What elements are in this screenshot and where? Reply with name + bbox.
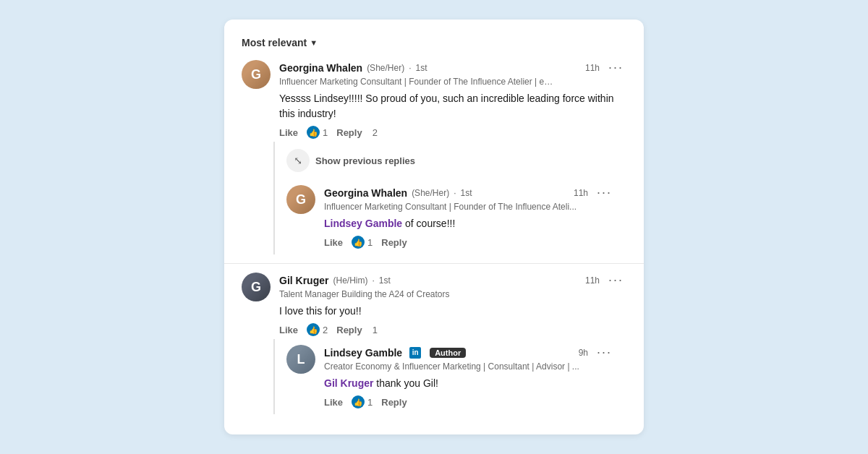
comments-card: Most relevant ▼ Georgina Whalen (She/Her… [224, 20, 644, 434]
time-group-gil: 11h ··· [585, 273, 626, 288]
commenter-name-lindsey[interactable]: Lindsey Gamble [324, 347, 402, 359]
mention-gil-kruger[interactable]: Gil Kruger [324, 377, 373, 389]
time-georgina-main: 11h [585, 63, 600, 73]
show-previous-replies[interactable]: ⤢ Show previous replies [275, 142, 626, 179]
text-lindsey: Gil Kruger thank you Gil! [324, 376, 615, 391]
comment-header-left-reply: Georgina Whalen (She/Her) · 1st [324, 187, 472, 199]
subtitle-georgina-reply: Influencer Marketing Consultant | Founde… [324, 202, 599, 212]
degree-georgina-reply: 1st [460, 188, 472, 198]
text-suffix-lindsey: thank you Gil! [373, 377, 438, 389]
reply-button-gil[interactable]: Reply [336, 325, 362, 335]
comment-header-left: Georgina Whalen (She/Her) · 1st [279, 62, 427, 74]
like-icon-georgina-reply: 👍 [352, 236, 365, 249]
more-button-lindsey[interactable]: ··· [594, 345, 615, 360]
like-group-georgina-reply: 👍 1 [352, 236, 373, 249]
reply-georgina: Georgina Whalen (She/Her) · 1st 11h ··· … [275, 179, 626, 254]
text-gil: I love this for you!! [279, 304, 626, 319]
like-button-georgina-reply[interactable]: Like [324, 237, 343, 248]
sort-row: Most relevant ▼ [224, 37, 644, 60]
comment-content-lindsey-reply: Lindsey Gamble in Author 9h ··· Creator … [324, 345, 615, 408]
reply-lindsey: Lindsey Gamble in Author 9h ··· Creator … [275, 339, 626, 414]
time-group-lindsey: 9h ··· [579, 345, 615, 360]
actions-georgina-reply: Like 👍 1 Reply [324, 236, 615, 249]
text-georgina-reply: Lindsey Gamble of course!!! [324, 216, 615, 231]
text-georgina-main: Yessss Lindsey!!!!! So proud of you, suc… [279, 91, 626, 121]
like-button-georgina-main[interactable]: Like [279, 127, 298, 138]
author-badge: Author [430, 348, 466, 358]
like-count-gil: 2 [323, 325, 328, 335]
time-gil: 11h [585, 275, 600, 286]
like-icon-georgina-main: 👍 [307, 126, 320, 139]
like-count-georgina-reply: 1 [367, 237, 373, 248]
commenter-name-georgina-reply[interactable]: Georgina Whalen [324, 187, 407, 199]
dot: · [409, 63, 411, 73]
divider-1 [224, 263, 644, 264]
actions-georgina-main: Like 👍 1 Reply 2 [279, 126, 626, 139]
comment-content-georgina-reply: Georgina Whalen (She/Her) · 1st 11h ··· … [324, 185, 615, 249]
avatar-lindsey-reply[interactable] [286, 345, 315, 374]
like-group-lindsey: 👍 1 [352, 395, 373, 408]
degree-georgina-main: 1st [415, 63, 427, 73]
comment-header-georgina-reply: Georgina Whalen (She/Her) · 1st 11h ··· [324, 185, 615, 200]
more-button-gil[interactable]: ··· [605, 273, 626, 288]
comment-header-left-lindsey: Lindsey Gamble in Author [324, 347, 466, 359]
like-group-gil: 👍 2 [307, 323, 328, 336]
prev-icon: ⤢ [286, 149, 310, 172]
comment-header-gil-main: Gil Kruger (He/Him) · 1st 11h ··· [279, 273, 626, 288]
like-count-georgina-main: 1 [323, 127, 328, 138]
mention-lindsey-gamble[interactable]: Lindsey Gamble [324, 218, 402, 229]
time-group-georgina-reply: 11h ··· [574, 185, 615, 200]
prev-arrows-icon: ⤢ [294, 155, 302, 166]
comment-header-georgina-main: Georgina Whalen (She/Her) · 1st 11h ··· [279, 60, 626, 75]
degree-gil: 1st [379, 275, 391, 286]
comment-gil-main: Gil Kruger (He/Him) · 1st 11h ··· Talent… [224, 273, 644, 414]
dot2: · [454, 188, 456, 198]
like-group-georgina-main: 👍 1 [307, 126, 328, 139]
subtitle-lindsey: Creator Economy & Influencer Marketing |… [324, 361, 599, 372]
subtitle-gil: Talent Manager Building the A24 of Creat… [279, 289, 554, 299]
actions-lindsey: Like 👍 1 Reply [324, 395, 615, 408]
like-count-lindsey: 1 [367, 397, 373, 408]
text-suffix-georgina-reply: of course!!! [402, 218, 455, 229]
comment-content-gil-main: Gil Kruger (He/Him) · 1st 11h ··· Talent… [279, 273, 626, 336]
pronouns-georgina-main: (She/Her) [367, 63, 404, 73]
comment-content-georgina-main: Georgina Whalen (She/Her) · 1st 11h ··· … [279, 60, 626, 139]
pronouns-gil: (He/Him) [333, 275, 367, 286]
reply-button-lindsey[interactable]: Reply [381, 397, 407, 408]
commenter-name-gil[interactable]: Gil Kruger [279, 275, 328, 286]
nested-replies-gil: Lindsey Gamble in Author 9h ··· Creator … [273, 339, 626, 414]
like-button-lindsey[interactable]: Like [324, 397, 343, 408]
time-georgina-reply: 11h [574, 188, 588, 198]
dot3: · [372, 275, 374, 286]
more-button-georgina-reply[interactable]: ··· [594, 185, 615, 200]
nested-replies-georgina: ⤢ Show previous replies Georgina Whalen … [273, 142, 626, 254]
reply-count-georgina-main: 2 [373, 127, 378, 138]
show-prev-text[interactable]: Show previous replies [315, 155, 415, 166]
avatar-gil-main[interactable] [242, 273, 271, 301]
reply-count-gil: 1 [373, 325, 378, 335]
avatar-georgina-reply[interactable] [286, 185, 315, 214]
time-lindsey: 9h [579, 348, 588, 358]
like-icon-gil: 👍 [307, 323, 320, 336]
like-button-gil[interactable]: Like [279, 325, 298, 335]
commenter-name-georgina-main[interactable]: Georgina Whalen [279, 62, 362, 74]
subtitle-georgina-main: Influencer Marketing Consultant | Founde… [279, 77, 554, 87]
reply-button-georgina-main[interactable]: Reply [336, 127, 362, 138]
avatar-georgina-main[interactable] [242, 60, 271, 89]
reply-button-georgina-reply[interactable]: Reply [381, 237, 407, 248]
comment-georgina-main: Georgina Whalen (She/Her) · 1st 11h ··· … [224, 60, 644, 254]
like-icon-lindsey: 👍 [352, 395, 365, 408]
more-button-georgina-main[interactable]: ··· [605, 60, 626, 75]
sort-label[interactable]: Most relevant [242, 37, 307, 48]
pronouns-georgina-reply: (She/Her) [412, 188, 449, 198]
sort-arrow: ▼ [310, 38, 318, 47]
actions-gil: Like 👍 2 Reply 1 [279, 323, 626, 336]
linkedin-badge: in [409, 347, 421, 359]
comment-header-lindsey-reply: Lindsey Gamble in Author 9h ··· [324, 345, 615, 360]
time-group-georgina-main: 11h ··· [585, 60, 626, 75]
comment-header-left-gil: Gil Kruger (He/Him) · 1st [279, 275, 391, 286]
